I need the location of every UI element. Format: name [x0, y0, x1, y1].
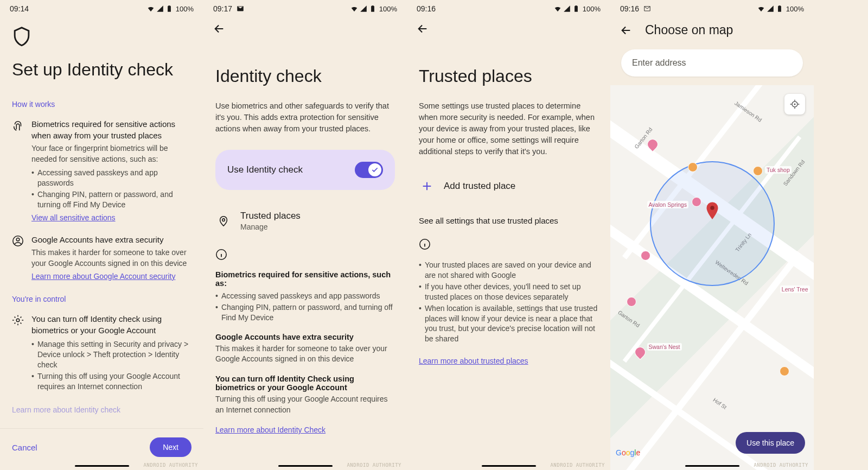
screen-setup: 09:14 100% Set up Identity check How it … [0, 0, 203, 470]
battery-text: 100% [583, 5, 601, 13]
watermark: ANDROID AUTHORITY [550, 462, 605, 468]
signal-icon [360, 5, 367, 12]
bio-info-head: Biometrics required for sensitive action… [215, 270, 395, 288]
toggle-use-identity[interactable]: Use Identity check [215, 150, 395, 190]
svg-point-2 [16, 319, 20, 322]
status-time: 09:16 [620, 4, 639, 13]
poi-food-icon [780, 366, 789, 376]
plus-icon [421, 180, 433, 192]
see-all-settings[interactable]: See all settings that use trusted places [419, 216, 598, 225]
switch-on[interactable] [355, 162, 383, 178]
learn-more-identity-link[interactable]: Learn more about Identity check [12, 405, 120, 414]
battery-text: 100% [176, 5, 194, 13]
bio-info-b1: Accessing saved passkeys and app passwor… [215, 291, 395, 301]
status-icons: 100% [757, 5, 804, 13]
wifi-icon [757, 5, 765, 12]
battery-text: 100% [786, 5, 804, 13]
off-info-head: You can turn off Identity Check using bi… [215, 374, 395, 392]
status-bar: 09:16 100% [610, 0, 814, 15]
status-icons: 100% [554, 5, 601, 13]
bio-bullet-2: Changing PIN, pattern or password, and t… [31, 189, 192, 210]
row-control: You can turn off Identity check using bi… [12, 313, 192, 393]
page-title: Identity check [215, 66, 395, 86]
my-location-button[interactable] [784, 94, 805, 115]
back-icon[interactable] [213, 23, 225, 35]
check-icon [371, 166, 379, 174]
google-logo: Google [616, 448, 640, 457]
bio-info-b2: Changing PIN, pattern or password, and t… [215, 302, 395, 323]
app-bar [407, 15, 610, 40]
back-icon[interactable] [417, 23, 429, 35]
gear-icon [12, 314, 24, 393]
learn-account-security-link[interactable]: Learn more about Google Account security [31, 271, 175, 282]
radius-circle [650, 161, 775, 286]
switch-thumb [368, 163, 381, 176]
battery-icon [776, 5, 783, 12]
learn-more-link[interactable]: Learn more about Identity Check [215, 425, 326, 434]
wifi-icon [147, 5, 155, 12]
back-icon[interactable] [620, 24, 632, 36]
status-time: 09:17 [213, 4, 232, 13]
nav-bar-handle[interactable] [278, 465, 333, 467]
status-bar: 09:14 100% [0, 0, 203, 15]
pin-icon [218, 215, 229, 227]
section-how-it-works: How it works [12, 100, 192, 109]
bio-bullet-1: Accessing saved passkeys and app passwor… [31, 168, 192, 188]
add-trusted-place[interactable]: Add trusted place [419, 173, 598, 200]
shield-icon [12, 26, 192, 50]
map[interactable]: Weltevreden Rd Jamieson Rd Sandown Rd Ga… [610, 85, 814, 470]
bio-head: Biometrics required for sensitive action… [31, 118, 192, 141]
nav-bar-handle[interactable] [685, 465, 739, 467]
signal-icon [156, 5, 164, 12]
status-bar: 09:17 100% [203, 0, 407, 15]
watermark: ANDROID AUTHORITY [347, 462, 401, 468]
poi-lens: Lens' Tree [780, 285, 810, 293]
nav-bar-handle[interactable] [75, 465, 129, 467]
intro-text: Use biometrics and other safeguards to v… [215, 100, 395, 135]
account-icon [12, 235, 24, 282]
poi-food-icon [688, 162, 698, 172]
status-bar: 09:16 100% [407, 0, 610, 15]
status-time: 09:14 [10, 4, 29, 13]
trusted-sub: Manage [240, 223, 301, 231]
battery-icon [369, 5, 376, 12]
svg-point-6 [710, 206, 714, 210]
next-button[interactable]: Next [150, 437, 192, 457]
row-biometrics: Biometrics required for sensitive action… [12, 118, 192, 223]
use-this-place-button[interactable]: Use this place [736, 432, 805, 454]
search-input[interactable]: Enter address [621, 49, 803, 77]
screen-choose-map: 09:16 100% Choose on map Enter address W… [610, 0, 814, 470]
control-bullet-2: Turning this off using your Google Accou… [31, 371, 192, 392]
view-sensitive-actions-link[interactable]: View all sensitive actions [31, 213, 116, 222]
bio-sub: Your face or fingerprint biometrics will… [31, 143, 192, 164]
trusted-title: Trusted places [240, 211, 301, 221]
page-title: Trusted places [419, 66, 598, 86]
intro-text: Some settings use trusted places to dete… [419, 100, 598, 157]
wifi-icon [554, 5, 561, 12]
control-head: You can turn off Identity check using bi… [31, 313, 192, 336]
battery-icon [572, 5, 580, 12]
acct-head: Google Accounts have extra security [31, 234, 192, 245]
content: Trusted places Some settings use trusted… [407, 40, 610, 470]
wifi-icon [350, 5, 358, 12]
row-account-body: Google Accounts have extra security This… [31, 234, 192, 282]
page-title: Set up Identity check [12, 59, 192, 80]
status-time: 09:16 [417, 4, 436, 13]
svg-point-1 [16, 238, 20, 242]
poi-swan: Swan's Nest [647, 343, 682, 351]
row-trusted-places[interactable]: Trusted places Manage [215, 203, 395, 239]
cancel-button[interactable]: Cancel [12, 443, 37, 452]
poi-avalon: Avalon Springs [647, 201, 688, 208]
crosshair-icon [789, 99, 800, 110]
page-title: Choose on map [645, 23, 733, 37]
content: Set up Identity check How it works Biome… [0, 15, 203, 428]
nav-bar-handle[interactable] [482, 465, 536, 467]
learn-more-trusted-link[interactable]: Learn more about trusted places [419, 357, 528, 365]
poi-icon [641, 251, 650, 261]
app-bar: Choose on map [610, 15, 814, 43]
center-pin-icon [705, 202, 720, 224]
gmail-notif-icon [643, 5, 651, 12]
acct-sub: This makes it harder for someone to take… [31, 247, 192, 269]
poi-tuk: Tuk shop [765, 166, 792, 174]
toggle-label: Use Identity check [227, 164, 303, 175]
